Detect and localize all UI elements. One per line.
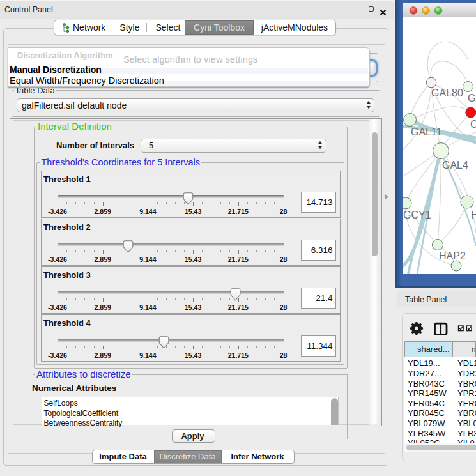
- svg-text:GAL11: GAL11: [411, 127, 442, 137]
- svg-text:H: H: [471, 210, 476, 220]
- svg-text:GCY1: GCY1: [403, 210, 431, 220]
- svg-text:C: C: [470, 119, 476, 130]
- svg-text:GAL4: GAL4: [442, 160, 468, 171]
- svg-text:HAP2: HAP2: [439, 250, 466, 261]
- svg-text:GA: GA: [468, 93, 476, 104]
- svg-text:GAL80: GAL80: [431, 88, 463, 98]
